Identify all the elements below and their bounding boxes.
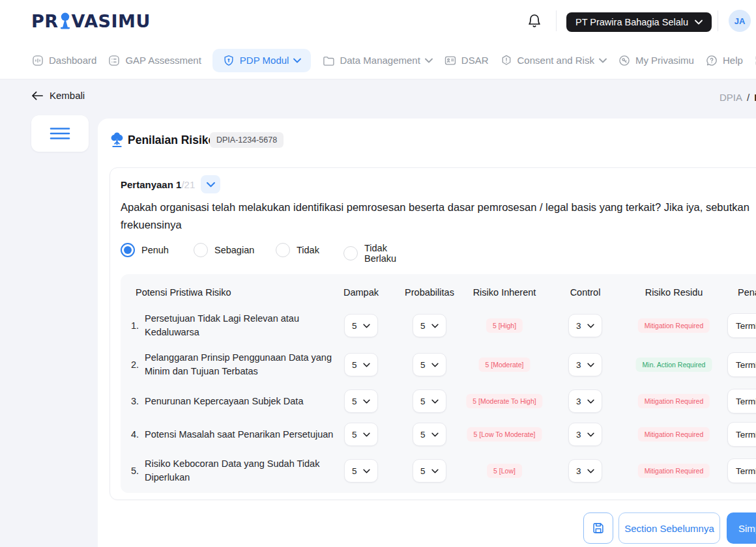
nav-item-gap-assessment[interactable]: GAP Assessment (108, 54, 201, 67)
risk-name: 1. Persetujuan Tidak Lagi Relevan atau K… (131, 307, 337, 344)
document-id-badge: DPIA-1234-5678 (210, 132, 284, 148)
question-label: Pertanyaan 1/21 (121, 179, 195, 190)
inherent-risk-badge: 5 [Moderate To High] (466, 394, 542, 408)
risk-tree-icon (109, 132, 124, 148)
dampak-select[interactable]: 5 (344, 353, 378, 376)
column-header-probabilitas: Probabilitas (405, 287, 454, 298)
penanganan-select[interactable]: Terminate (727, 422, 756, 447)
column-header-dampak: Dampak (343, 287, 379, 298)
app-logo: PR VASIMU (31, 11, 151, 31)
column-header-potensi: Potensi Pristiwa Risiko (136, 287, 231, 298)
shield-keyhole-icon (222, 54, 235, 67)
nav-item-consent-and-risk[interactable]: Consent and Risk (500, 54, 607, 67)
column-header-risiko-residu: Risiko Residu (645, 287, 703, 298)
penanganan-select[interactable]: Terminate (727, 352, 756, 377)
penanganan-select[interactable]: Terminate (727, 389, 756, 414)
nav-item-help[interactable]: Help (705, 54, 743, 67)
probabilitas-select[interactable]: 5 (413, 353, 446, 376)
probabilitas-select[interactable]: 5 (413, 423, 446, 446)
radio-option-tidak[interactable]: Tidak (276, 243, 319, 257)
question-card: Pertanyaan 1/21 Apakah organisasi telah … (109, 167, 756, 500)
risk-name: 3. Penurunan Kepercayaan Subjek Data (131, 383, 337, 419)
residual-risk-badge: Mitigation Required (638, 464, 710, 478)
column-header-penanganan: Penanganan (738, 287, 756, 298)
probabilitas-select[interactable]: 5 (413, 459, 446, 483)
radio-option-sebagian[interactable]: Sebagian (194, 243, 254, 257)
logo-text-prefix: PR (31, 11, 59, 31)
probabilitas-select[interactable]: 5 (413, 389, 446, 413)
collapse-question-button[interactable] (201, 175, 220, 193)
chevron-down-icon (431, 324, 439, 328)
nav-item-dsar[interactable]: DSAR (444, 54, 489, 67)
chevron-down-icon (431, 469, 439, 473)
radio-icon (343, 246, 358, 260)
chevron-down-icon (293, 58, 301, 63)
residual-risk-badge: Mitigation Required (638, 427, 710, 442)
nav-item-data-management[interactable]: Data Management (322, 54, 432, 67)
column-header-risiko-inherent: Risiko Inherent (473, 287, 536, 298)
user-avatar[interactable]: JA (729, 10, 751, 32)
main-panel: Penilaian Risiko DPIA-1234-5678 Pertanya… (98, 119, 756, 547)
nav-item-pdp-modul[interactable]: PDP Modul (212, 49, 312, 72)
save-draft-button[interactable] (583, 512, 613, 544)
question-counter: /21 (181, 179, 195, 190)
dampak-select[interactable]: 5 (344, 314, 378, 337)
divider (718, 10, 718, 31)
breadcrumb: DPIA / D (720, 92, 756, 103)
app-window: PR VASIMU PT Prawira Bahagia Selalu JA (0, 0, 756, 547)
chevron-down-icon (587, 363, 594, 367)
chevron-down-icon (431, 363, 439, 367)
chevron-down-icon (695, 20, 703, 25)
dashboard-icon (31, 54, 44, 67)
chevron-down-icon (425, 58, 433, 63)
previous-section-button[interactable]: Section Sebelumnya (618, 512, 720, 544)
chevron-down-icon (587, 399, 594, 404)
chevron-down-icon (587, 432, 594, 437)
chevron-down-icon (363, 432, 370, 437)
main-nav: Dashboard GAP Assessment PDP Modul Data … (0, 42, 756, 79)
nav-item-my-privasimu[interactable]: My Privasimu (618, 54, 694, 67)
residual-risk-badge: Mitigation Required (638, 318, 710, 333)
sidebar-menu-toggle[interactable] (31, 115, 89, 152)
dampak-select[interactable]: 5 (344, 389, 378, 413)
chevron-down-icon (587, 469, 594, 473)
residual-risk-badge: Min. Action Required (636, 358, 712, 372)
control-select[interactable]: 3 (568, 423, 602, 446)
company-selector[interactable]: PT Prawira Bahagia Selalu (566, 12, 712, 32)
save-button[interactable]: Simpan (727, 512, 756, 544)
probabilitas-select[interactable]: 5 (413, 314, 446, 337)
breadcrumb-separator: / (747, 92, 749, 103)
chevron-down-icon (431, 432, 439, 437)
radio-option-penuh[interactable]: Penuh (121, 243, 169, 257)
penanganan-select[interactable]: Terminate (727, 313, 756, 338)
dampak-select[interactable]: 5 (344, 423, 378, 446)
notifications-bell-icon[interactable] (527, 14, 542, 29)
dampak-select[interactable]: 5 (344, 459, 378, 483)
inherent-risk-badge: 5 [High] (486, 318, 523, 333)
control-select[interactable]: 3 (568, 353, 602, 376)
nav-item-dashboard[interactable]: Dashboard (31, 54, 96, 67)
control-select[interactable]: 3 (568, 314, 602, 337)
risk-table-row: 3. Penurunan Kepercayaan Subjek Data 5 5… (121, 383, 756, 419)
alert-hexagon-icon (500, 54, 513, 67)
chevron-down-icon (363, 324, 370, 328)
folder-icon (322, 54, 335, 67)
breadcrumb-item-dpia[interactable]: DPIA (720, 92, 742, 103)
chevron-down-icon (363, 363, 370, 367)
control-select[interactable]: 3 (568, 389, 602, 413)
penanganan-select[interactable]: Terminate (727, 458, 756, 483)
risk-table-row: 4. Potensi Masalah saat Penarikan Perset… (121, 416, 756, 453)
checklist-icon (108, 54, 121, 67)
risk-name: 2. Pelanggaran Prinsip Penggunaan Data y… (131, 346, 337, 383)
radio-icon (194, 243, 208, 257)
inherent-risk-badge: 5 [Moderate] (479, 358, 531, 372)
risk-table-row: 2. Pelanggaran Prinsip Penggunaan Data y… (121, 346, 756, 383)
help-bubble-icon (705, 54, 718, 67)
radio-option-tidak-berlaku[interactable]: Tidak Berlaku (343, 243, 396, 264)
control-select[interactable]: 3 (568, 459, 602, 483)
chevron-down-icon (207, 182, 215, 188)
risk-table: Potensi Pristiwa Risiko Dampak Probabili… (121, 274, 756, 493)
risk-name: 5. Risiko Kebocoran Data yang Sudah Tida… (131, 453, 337, 489)
back-button[interactable]: Kembali (31, 90, 85, 101)
content-area: Kembali DPIA / D Penilaian Risiko DPIA-1… (0, 79, 756, 547)
